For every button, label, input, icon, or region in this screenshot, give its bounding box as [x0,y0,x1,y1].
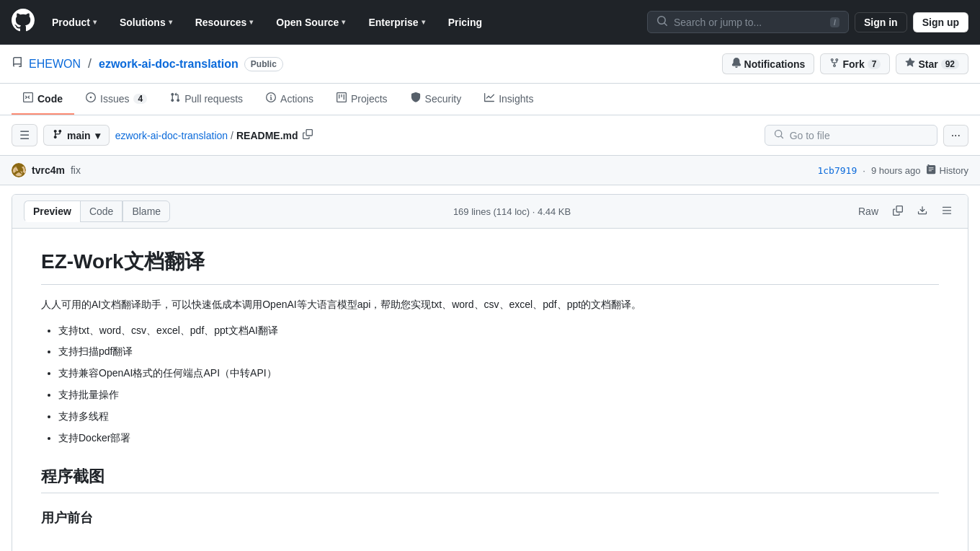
actions-icon [266,92,276,105]
nav-resources[interactable]: Resources ▾ [190,12,259,32]
tab-code-label: Code [37,93,63,105]
raw-button[interactable]: Raw [854,203,883,220]
top-nav: Product ▾ Solutions ▾ Resources ▾ Open S… [0,0,980,45]
sidebar-toggle-button[interactable]: ☰ [12,124,37,146]
repo-icon [12,57,23,71]
file-content: EZ-Work文档翻译 人人可用的AI文档翻译助手，可以快速低成本调用OpenA… [12,229,968,551]
history-label: History [940,165,968,176]
github-logo[interactable] [12,9,35,35]
repo-separator: / [88,56,92,71]
nav-left: Product ▾ Solutions ▾ Resources ▾ Open S… [12,9,488,35]
list-item: 支持Docker部署 [58,430,939,447]
repo-tabs: Code Issues 4 Pull requests Actions [0,84,980,115]
star-icon [905,58,915,70]
notifications-label: Notifications [744,58,806,70]
security-icon [411,92,421,105]
solutions-chevron-icon: ▾ [169,18,172,26]
repo-name-link[interactable]: ezwork-ai-doc-translation [99,58,239,71]
commit-separator: · [863,165,865,176]
projects-icon [337,92,347,105]
tab-projects-label: Projects [351,93,388,105]
tab-pr-label: Pull requests [184,93,243,105]
commit-hash[interactable]: 1cb7919 [817,165,857,176]
code-icon [23,92,33,105]
nav-right: Search or jump to... / Sign in Sign up [647,11,968,33]
table-of-contents-button[interactable] [937,203,956,221]
commit-time: 9 hours ago [871,165,921,176]
go-to-file-placeholder: Go to file [790,130,928,141]
repo-visibility-badge: Public [244,57,283,71]
tab-projects[interactable]: Projects [325,84,399,115]
commit-author[interactable]: tvrc4m [32,164,65,176]
search-bar[interactable]: Search or jump to... / [647,11,849,33]
copy-raw-button[interactable] [888,203,907,221]
repo-owner-link[interactable]: EHEWON [29,58,81,71]
commit-left: tvrc4m fix [12,163,81,177]
nav-enterprise[interactable]: Enterprise ▾ [362,12,430,32]
nav-product[interactable]: Product ▾ [46,12,102,32]
tab-issues[interactable]: Issues 4 [74,84,159,115]
readme-screenshot-title: 程序截图 [41,464,939,493]
go-to-file-input[interactable]: Go to file [765,125,937,146]
fork-icon [829,58,839,70]
fork-button[interactable]: Fork 7 [820,53,890,74]
pull-request-icon [170,92,180,105]
download-button[interactable] [913,203,932,221]
commit-row: tvrc4m fix 1cb7919 · 9 hours ago History [0,156,980,185]
file-toolbar-right: Go to file ··· [765,125,968,146]
branch-name: main [67,130,91,141]
star-count: 92 [941,59,959,69]
search-file-icon [774,129,784,141]
branch-button[interactable]: main ▾ [43,125,110,146]
tab-code-view[interactable]: Code [80,200,122,222]
copy-path-button[interactable] [301,128,314,143]
commit-right: 1cb7919 · 9 hours ago History [817,164,968,177]
issues-icon [86,92,96,105]
tab-issues-label: Issues [100,93,129,105]
signin-button[interactable]: Sign in [855,12,907,32]
tab-code[interactable]: Code [12,84,74,115]
nav-open-source[interactable]: Open Source ▾ [270,12,351,32]
fork-count: 7 [868,59,881,69]
search-shortcut: / [830,17,839,27]
file-view: Preview Code Blame 169 lines (114 loc) ·… [12,194,968,551]
avatar [12,163,26,177]
file-toolbar: ☰ main ▾ ezwork-ai-doc-translation / REA… [0,115,980,156]
file-lines-info: 169 lines (114 loc) · 4.44 KB [453,206,571,217]
tab-security[interactable]: Security [399,84,473,115]
readme-features: 支持txt、word、csv、excel、pdf、ppt文档AI翻译 支持扫描p… [58,322,939,447]
tab-insights-label: Insights [499,93,533,105]
star-button[interactable]: Star 92 [896,53,968,74]
readme-subsection-title: 用户前台 [41,508,939,529]
branch-chevron-icon: ▾ [95,130,100,141]
readme-intro: 人人可用的AI文档翻译助手，可以快速低成本调用OpenAI等大语言模型api，帮… [41,296,939,314]
signup-button[interactable]: Sign up [913,12,968,32]
tab-pull-requests[interactable]: Pull requests [159,84,254,115]
tab-blame[interactable]: Blame [122,200,170,222]
breadcrumb-file: README.md [236,130,298,141]
nav-solutions[interactable]: Solutions ▾ [114,12,178,32]
history-button[interactable]: History [927,164,968,177]
tab-insights[interactable]: Insights [473,84,545,115]
insights-icon [484,92,494,105]
tab-actions[interactable]: Actions [254,84,325,115]
list-item: 支持txt、word、csv、excel、pdf、ppt文档AI翻译 [58,322,939,340]
open-source-chevron-icon: ▾ [342,18,345,26]
history-icon [927,164,937,177]
repo-header: EHEWON / ezwork-ai-doc-translation Publi… [0,45,980,84]
resources-chevron-icon: ▾ [249,18,253,26]
notifications-button[interactable]: Notifications [722,53,815,74]
list-item: 支持扫描pdf翻译 [58,343,939,361]
tab-preview[interactable]: Preview [24,200,80,222]
readme-title: EZ-Work文档翻译 [41,246,939,285]
repo-header-right: Notifications Fork 7 Star 92 [722,53,968,74]
breadcrumb: ezwork-ai-doc-translation / README.md [115,128,314,143]
commit-message: fix [71,164,81,176]
breadcrumb-repo-link[interactable]: ezwork-ai-doc-translation [115,130,228,141]
tab-security-label: Security [425,93,462,105]
list-item: 支持兼容OpenAI格式的任何端点API（中转API） [58,365,939,382]
breadcrumb-separator: / [231,130,233,141]
fork-label: Fork [842,58,864,70]
nav-pricing[interactable]: Pricing [442,12,488,32]
more-options-button[interactable]: ··· [943,125,968,146]
